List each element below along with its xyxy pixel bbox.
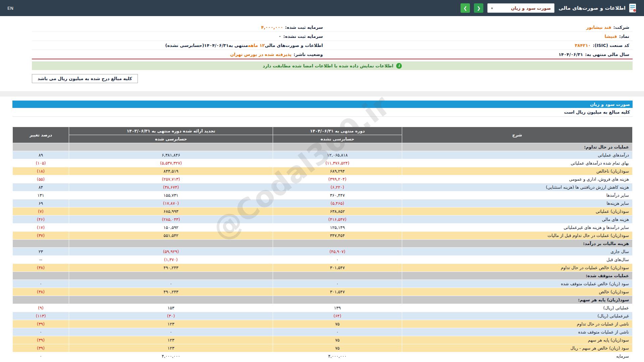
- cell-current-period: (۳۹۹,۲۰۴): [273, 175, 402, 183]
- company-info-value: ۱۴۰۴/۰۶/۳۱: [558, 52, 583, 57]
- cell-change-percent: ۰: [13, 352, 69, 360]
- company-info-value[interactable]: ۳۸۴۲۱۰: [575, 43, 591, 48]
- cell-description: سود(زیان) پایه هر سهم:: [402, 296, 632, 304]
- cell-description: ناشی از عملیات در حال تداوم: [402, 320, 632, 328]
- column-header-description: شرح: [402, 127, 632, 143]
- next-statement-button[interactable]: ❯: [461, 3, 470, 13]
- cell-change-percent: ۲۳: [13, 248, 69, 256]
- cell-description: سرمایه: [402, 352, 632, 360]
- cell-prior-period: ۱۲۳: [69, 320, 273, 328]
- company-info-value[interactable]: قند نیشابور: [586, 25, 611, 30]
- statement-section: @Codal360.ir صورت سود و زیان کلیه مبالغ …: [12, 101, 633, 360]
- cell-description: هزینه مالیات بر درآمد:: [402, 240, 632, 248]
- company-info-label: وضعیت ناشر:: [293, 52, 323, 57]
- cell-change-percent: ۰: [13, 280, 69, 288]
- cell-prior-period: (۳۰): [69, 312, 273, 320]
- cell-prior-period: (۱۷,۸۷۰): [69, 199, 273, 207]
- cell-description: سود(زیان) ناخالص: [402, 167, 632, 175]
- statement-row: سود(زیان) عملیات در حال تداوم قبل از مال…: [13, 232, 633, 240]
- company-info-cell-left: اطلاعات و صورت‌های مالی ۱۲ ماهه منتهی به…: [32, 41, 326, 50]
- cell-current-period: ۱۳۹: [273, 304, 402, 312]
- cell-change-percent: ۸۴: [13, 183, 69, 191]
- statement-row: درآمدهای عملیاتی۱۲,۰۶۵,۸۱۸۶,۳۸۱,۸۴۶۸۹: [13, 151, 633, 159]
- cell-description: سود (زیان) خالص عملیات متوقف شده: [402, 280, 632, 288]
- statement-row: سایر درآمدها و هزینه های غیرعملیاتی۱۲۵,۱…: [13, 224, 633, 232]
- statement-row: سود(زیان) پایه هر سهم۷۵۱۲۳(۳۹): [13, 336, 633, 344]
- company-info-value[interactable]: قنیشا: [604, 34, 617, 39]
- cell-description: عملیات در حال تداوم:: [402, 143, 632, 151]
- statement-title-bar: صورت سود و زیان: [12, 101, 633, 108]
- statement-type-select[interactable]: صورت سود و زیان ▾: [487, 3, 554, 13]
- statement-table: شرح دوره منتهی به ۱۴۰۴/۰۶/۳۱ تجدید ارائه…: [12, 127, 633, 360]
- statement-section-row: عملیات متوقف شده:: [13, 272, 633, 280]
- cell-current-period: ۳۰۱,۵۴۷: [273, 264, 402, 272]
- statement-header: شرح دوره منتهی به ۱۴۰۴/۰۶/۳۱ تجدید ارائه…: [13, 127, 633, 143]
- statement-row: عملیاتی (ریال)۱۳۹۱۵۳(۹): [13, 304, 633, 312]
- statement-row: هزینه های مالی(۴۱۶,۵۴۷)(۲۸۵,۰۴۳)(۴۶): [13, 216, 633, 224]
- cell-current-period: ۳۶۰,۴۴۷: [273, 191, 402, 199]
- company-info-value: ۱۴۰۴/۰۶/۳۱: [204, 43, 229, 48]
- company-info-label: شرکت:: [613, 25, 629, 30]
- cell-current-period: ۰: [273, 280, 402, 288]
- company-info-cell-right: کد صنعت (ISIC):۳۸۴۲۱۰: [326, 41, 633, 50]
- statement-row: غیرعملیاتی (ریال)(۶۴)(۳۰)(۱۱۳): [13, 312, 633, 320]
- company-info-value[interactable]: ۴,۰۰۰,۰۰۰: [261, 25, 283, 30]
- statement-row: سود (زیان) خالص هر سهم - ریال۷۵۱۲۳(۳۹): [13, 344, 633, 352]
- company-info-cell-right: سال مالی منتهی به:۱۴۰۴/۰۶/۳۱: [326, 50, 633, 59]
- cell-current-period: (۵,۴۶۵): [273, 199, 402, 207]
- cell-current-period: ۶۸۹,۲۹۴: [273, 167, 402, 175]
- company-info-value: اطلاعات و صورت‌های مالی: [265, 43, 323, 48]
- cell-prior-period: ۰: [69, 328, 273, 336]
- cell-change-percent: (۳۹): [13, 320, 69, 328]
- company-info-cell-left: سرمایه ثبت شده:۴,۰۰۰,۰۰۰: [32, 23, 326, 32]
- statement-row: سود(زیان) عملیاتی۶۳۸,۸۵۲۶۸۵,۹۹۳(۷): [13, 207, 633, 216]
- company-info-cell-right: شرکت:قند نیشابور: [326, 23, 633, 32]
- cell-prior-period: ۱۲۳: [69, 344, 273, 352]
- prev-statement-button[interactable]: ❮: [474, 3, 483, 13]
- statement-row: سال‌های قبل۰(۱,۳۷۰)--: [13, 256, 633, 264]
- cell-description: غیرعملیاتی (ریال): [402, 312, 632, 320]
- cell-prior-period: ۶۸۵,۹۹۳: [69, 207, 273, 216]
- company-info-row: کد صنعت (ISIC):۳۸۴۲۱۰اطلاعات و صورت‌های …: [32, 41, 633, 50]
- column-header-prior-period: تجدید ارائه شده دوره منتهی به ۱۴۰۳/۰۶/۳۱: [69, 127, 273, 135]
- cell-prior-period: ۱۵۵,۷۳۱: [69, 191, 273, 199]
- cell-description: سود (زیان) خالص هر سهم - ریال: [402, 344, 632, 352]
- cell-prior-period: ۱۵۰,۵۹۲: [69, 224, 273, 232]
- company-info-section: شرکت:قند نیشابورسرمایه ثبت شده:۴,۰۰۰,۰۰۰…: [32, 23, 633, 83]
- cell-current-period: [273, 143, 402, 151]
- cell-description: عملیاتی (ریال): [402, 304, 632, 312]
- statement-row: سود(زیان) خالص عملیات در حال تداوم۳۰۱,۵۴…: [13, 264, 633, 272]
- company-info-row: نماد:قنیشاسرمایه ثبت نشده:۰: [32, 32, 633, 41]
- cell-description: سایر درآمدها: [402, 191, 632, 199]
- cell-current-period: ۷۵: [273, 344, 402, 352]
- topbar: اطلاعات و صورت‌های مالی صورت سود و زیان …: [0, 0, 644, 16]
- cell-description: سال‌های قبل: [402, 256, 632, 264]
- cell-change-percent: (۱۰۵): [13, 159, 69, 167]
- statement-row: سرمایه۴,۰۰۰,۰۰۰۴,۰۰۰,۰۰۰۰: [13, 352, 633, 360]
- statement-row: ناشی از عملیات متوقف شده۰۰۰: [13, 328, 633, 336]
- cell-prior-period: ۴۹۰,۲۴۳: [69, 264, 273, 272]
- cell-change-percent: (۳۹): [13, 344, 69, 352]
- cell-prior-period: (۵۹,۹۲۹): [69, 248, 273, 256]
- cell-current-period: (۶,۲۲۰): [273, 183, 402, 191]
- cell-current-period: ۴,۰۰۰,۰۰۰: [273, 352, 402, 360]
- cell-current-period: ۳۴۷,۴۵۴: [273, 232, 402, 240]
- cell-description: سود(زیان) خالص عملیات در حال تداوم: [402, 264, 632, 272]
- amount-note-box: کلیه مبالغ درج شده به میلیون ریال می باش…: [32, 74, 138, 83]
- cell-current-period: [273, 272, 402, 280]
- cell-description: هزینه های فروش، اداری و عمومی: [402, 175, 632, 183]
- cell-prior-period: [69, 296, 273, 304]
- cell-current-period: ۳۰۱,۵۴۷: [273, 288, 402, 296]
- company-info-value: (حسابرسی نشده): [165, 43, 204, 48]
- cell-prior-period: ۶,۳۸۱,۸۴۶: [69, 151, 273, 159]
- cell-change-percent: ۸۹: [13, 151, 69, 159]
- cell-description: سایر درآمدها و هزینه های غیرعملیاتی: [402, 224, 632, 232]
- cell-change-percent: (۳۹): [13, 336, 69, 344]
- language-toggle-en[interactable]: EN: [7, 6, 13, 11]
- company-info-label: سرمایه ثبت شده:: [285, 25, 323, 30]
- company-info-value[interactable]: ۱۲ ماهه: [248, 43, 265, 48]
- company-info-value[interactable]: پذیرفته شده در بورس تهران: [230, 52, 291, 57]
- statement-type-selected-value: صورت سود و زیان: [511, 6, 551, 11]
- red-divider: [32, 59, 633, 59]
- statement-unit-note: کلیه مبالغ به میلیون ریال است: [12, 108, 633, 117]
